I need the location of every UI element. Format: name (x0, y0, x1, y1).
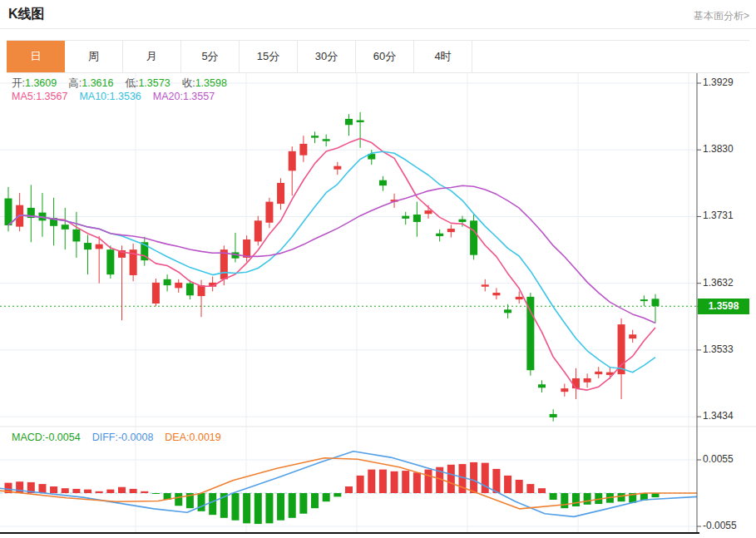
candle-body (640, 299, 648, 301)
macd-histogram-bar (618, 493, 625, 501)
macd-histogram-bar (561, 493, 568, 508)
candle-body (254, 220, 262, 241)
candle-body (311, 136, 319, 137)
tab-interval-7[interactable]: 4时 (414, 41, 472, 72)
candle-body (595, 372, 602, 374)
macd-legend: MACD:-0.0054DIFF:-0.0008DEA:0.0019 (12, 432, 233, 443)
macd-axis-label: -0.0055 (703, 520, 737, 531)
legend-item: MA20:1.3557 (153, 91, 215, 102)
macd-histogram-bar (209, 493, 216, 515)
candle-body (220, 249, 228, 279)
macd-histogram-bar (492, 469, 500, 493)
ma20-line (8, 185, 655, 323)
interval-tabbar: 日周月5分15分30分60分4时 (7, 40, 749, 73)
macd-histogram-bar (413, 472, 421, 493)
legend-item: 开:1.3609 (12, 77, 57, 89)
tab-interval-0[interactable]: 日 (7, 41, 65, 72)
candle-body (572, 378, 580, 388)
macd-histogram-bar (96, 491, 103, 493)
candle-body (334, 166, 341, 170)
candle-body (561, 388, 568, 392)
macd-histogram-bar (118, 487, 126, 493)
macd-histogram-bar (265, 493, 273, 523)
macd-histogram-bar (584, 493, 591, 505)
macd-histogram-bar (572, 493, 580, 506)
candle-body (618, 324, 625, 374)
legend-item: MA5:1.3567 (12, 91, 67, 102)
candle-body (425, 210, 432, 214)
candle-body (516, 297, 523, 299)
candle-body (265, 202, 273, 223)
candle-body (164, 279, 171, 285)
price-axis-label: 1.3929 (703, 77, 734, 88)
macd-histogram-bar (402, 471, 409, 493)
macd-histogram-bar (425, 470, 432, 493)
candle-body (152, 283, 160, 304)
ohlc-legend: 开:1.3609高:1.3616低:1.3573收:1.3598 (12, 77, 239, 91)
macd-histogram-bar (550, 493, 557, 500)
candle-body (277, 183, 284, 204)
macd-histogram-bar (231, 493, 239, 521)
candle-body (289, 151, 296, 171)
tab-interval-6[interactable]: 60分 (356, 41, 414, 72)
tab-interval-4[interactable]: 15分 (240, 41, 298, 72)
macd-histogram-bar (482, 463, 489, 493)
macd-histogram-bar (254, 493, 262, 524)
candle-body (652, 299, 660, 306)
candle-body (538, 384, 546, 387)
tab-interval-5[interactable]: 30分 (298, 41, 356, 72)
candle-body (186, 284, 194, 296)
ma10-line (8, 151, 655, 373)
tab-interval-2[interactable]: 月 (123, 41, 181, 72)
macd-histogram-bar (84, 490, 91, 493)
macd-histogram-bar (470, 462, 477, 493)
candle-body (175, 283, 182, 288)
macd-histogram-bar (38, 484, 46, 493)
candle-body (72, 230, 80, 242)
legend-item: DEA:0.0019 (165, 432, 220, 443)
macd-histogram-bar (311, 493, 319, 508)
macd-histogram-bar (243, 493, 250, 523)
ma-legend: MA5:1.3567MA10:1.3536MA20:1.3557 (12, 91, 226, 102)
candle-body (482, 284, 489, 286)
macd-histogram-bar (289, 493, 296, 518)
candle-body (5, 199, 12, 225)
widget-header: K线图 基本面分析> (0, 0, 756, 29)
candle-body (550, 414, 557, 417)
legend-item: 高:1.3616 (68, 77, 113, 89)
price-axis-label: 1.3632 (703, 277, 734, 289)
candle-body (492, 293, 500, 295)
macd-histogram-bar (72, 489, 80, 493)
macd-histogram-bar (130, 489, 137, 493)
macd-histogram-bar (526, 484, 534, 493)
candle-body (526, 297, 534, 370)
legend-item: DIFF:-0.0008 (92, 432, 154, 443)
tab-interval-1[interactable]: 周 (65, 41, 123, 72)
macd-histogram-bar (106, 490, 114, 493)
macd-histogram-bar (357, 476, 364, 493)
legend-item: 收:1.3598 (182, 77, 227, 89)
macd-histogram-bar (516, 480, 523, 493)
candle-body (357, 121, 364, 122)
candle-body (470, 220, 477, 254)
tab-interval-3[interactable]: 5分 (181, 41, 240, 72)
candle-body (62, 225, 69, 230)
candle-body (106, 249, 114, 274)
macd-histogram-bar (50, 486, 57, 493)
macd-histogram-bar (334, 493, 341, 496)
candle-body (458, 220, 466, 222)
macd-histogram-bar (175, 493, 182, 506)
ma5-line (8, 139, 655, 391)
legend-item: MACD:-0.0054 (12, 432, 81, 443)
macd-histogram-bar (198, 493, 205, 511)
fundamental-analysis-link[interactable]: 基本面分析> (694, 9, 749, 23)
candle-body (629, 334, 636, 338)
candle-body (243, 239, 250, 258)
macd-histogram-bar (345, 486, 353, 493)
macd-histogram-bar (447, 465, 455, 493)
dea-line (0, 458, 697, 509)
candle-body (584, 378, 591, 383)
macd-histogram-bar (62, 488, 69, 493)
price-axis-label: 1.3434 (703, 410, 734, 422)
candle-body (96, 244, 103, 249)
